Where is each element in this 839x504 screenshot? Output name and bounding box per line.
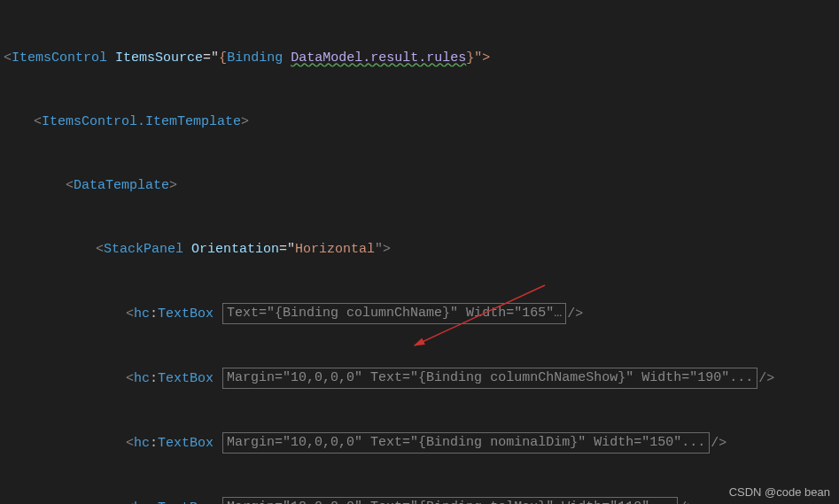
code-line: <ItemsControl.ItemTemplate> [4, 112, 835, 133]
collapsed-attrs-region[interactable]: Margin="10,0,0,0" Text="{Binding columnC… [222, 368, 757, 389]
watermark-text: CSDN @code bean [729, 485, 830, 499]
code-editor: <ItemsControl ItemsSource="{Binding Data… [0, 0, 839, 504]
code-line: <hc:TextBox Margin="10,0,0,0" Text="{Bin… [4, 432, 835, 454]
code-line: <StackPanel Orientation="Horizontal"> [4, 239, 835, 260]
code-line: <DataTemplate> [4, 175, 835, 197]
code-line: <hc:TextBox Margin="10,0,0,0" Text="{Bin… [4, 497, 835, 504]
collapsed-attrs-region[interactable]: Margin="10,0,0,0" Text="{Binding tolMax}… [222, 497, 678, 504]
code-line: <hc:TextBox Text="{Binding columnChName}… [4, 303, 835, 325]
code-line: <ItemsControl ItemsSource="{Binding Data… [4, 48, 835, 69]
code-line: <hc:TextBox Margin="10,0,0,0" Text="{Bin… [4, 368, 835, 390]
collapsed-attrs-region[interactable]: Margin="10,0,0,0" Text="{Binding nominal… [222, 432, 710, 454]
collapsed-attrs-region[interactable]: Text="{Binding columnChName}" Width="165… [222, 303, 566, 324]
